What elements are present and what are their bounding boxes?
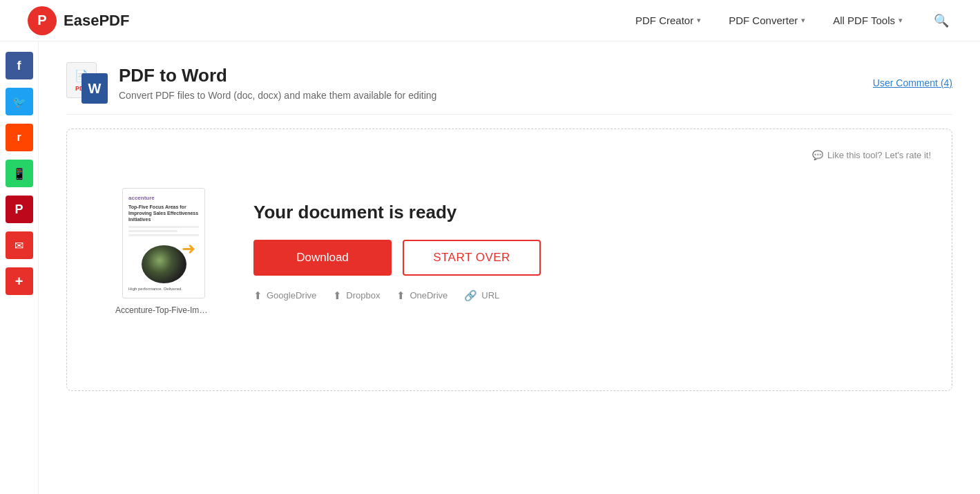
result-area: accenture Top-Five Focus Areas for Impro… — [88, 174, 931, 329]
nav-all-pdf-tools[interactable]: All PDF Tools ▾ — [833, 15, 903, 26]
download-button[interactable]: Download — [253, 240, 392, 276]
action-buttons: Download START OVER — [253, 240, 903, 276]
main-content: 📄 PDF W PDF to Word Convert PDF files to… — [39, 41, 980, 412]
logo[interactable]: P EasePDF — [28, 6, 129, 35]
twitter-icon: 🐦 — [12, 95, 26, 108]
feedback-row: 💬 Like this tool? Let's rate it! — [88, 150, 931, 160]
onedrive-option[interactable]: ⬆ OneDrive — [396, 289, 448, 302]
doc-thumb-line3 — [128, 234, 199, 236]
doc-thumbnail-inner: accenture Top-Five Focus Areas for Impro… — [123, 189, 204, 298]
nav-pdf-creator-label: PDF Creator — [635, 15, 693, 26]
word-icon: W — [81, 73, 108, 104]
chevron-down-icon: ▾ — [697, 16, 701, 25]
facebook-icon: f — [17, 59, 21, 73]
doc-thumb-line2 — [128, 230, 177, 232]
url-option[interactable]: 🔗 URL — [464, 289, 499, 302]
url-icon: 🔗 — [464, 289, 477, 302]
dropbox-option[interactable]: ⬆ Dropbox — [333, 289, 380, 302]
feedback-label: Like this tool? Let's rate it! — [827, 150, 931, 160]
search-icon: 🔍 — [934, 14, 949, 28]
googledrive-option[interactable]: ⬆ GoogleDrive — [253, 289, 316, 302]
result-right: Your document is ready Download START OV… — [253, 202, 903, 302]
pinterest-icon: P — [15, 202, 23, 217]
user-comment-link[interactable]: User Comment (4) — [873, 77, 952, 88]
feedback-link[interactable]: 💬 Like this tool? Let's rate it! — [812, 150, 931, 160]
search-button[interactable]: 🔍 — [930, 10, 952, 32]
logo-text: EasePDF — [64, 12, 129, 30]
sidebar: f 🐦 r 📱 P ✉ + — [0, 41, 39, 412]
doc-filename: Accenture-Top-Five-Improvem... — [115, 305, 212, 315]
page-header: 📄 PDF W PDF to Word Convert PDF files to… — [66, 62, 952, 115]
nav-pdf-converter[interactable]: PDF Converter ▾ — [729, 15, 805, 26]
chevron-down-icon: ▾ — [801, 16, 805, 25]
onedrive-label: OneDrive — [410, 290, 448, 301]
doc-preview: accenture Top-Five Focus Areas for Impro… — [115, 188, 212, 315]
whatsapp-icon: 📱 — [12, 167, 26, 180]
main-nav: PDF Creator ▾ PDF Converter ▾ All PDF To… — [635, 10, 952, 32]
sidebar-item-facebook[interactable]: f — [6, 52, 33, 79]
url-label: URL — [481, 290, 499, 301]
googledrive-label: GoogleDrive — [267, 290, 316, 301]
page-title: PDF to Word — [119, 65, 436, 86]
googledrive-icon: ⬆ — [253, 289, 262, 302]
doc-thumb-image — [142, 245, 186, 283]
page-subtitle: Convert PDF files to Word (doc, docx) an… — [119, 90, 436, 101]
file-icon-wrapper: 📄 PDF W — [66, 62, 108, 104]
header: P EasePDF PDF Creator ▾ PDF Converter ▾ … — [0, 0, 980, 41]
sidebar-item-whatsapp[interactable]: 📱 — [6, 160, 33, 187]
dropbox-icon: ⬆ — [333, 289, 342, 302]
dropbox-label: Dropbox — [346, 290, 380, 301]
sidebar-item-pinterest[interactable]: P — [6, 196, 33, 223]
main-card: 💬 Like this tool? Let's rate it! accentu… — [66, 129, 952, 391]
doc-thumb-brand: accenture — [128, 194, 199, 202]
doc-thumb-line1 — [128, 226, 199, 228]
start-over-button[interactable]: START OVER — [403, 240, 541, 276]
ready-title: Your document is ready — [253, 202, 903, 223]
more-icon: + — [15, 274, 23, 289]
logo-icon: P — [28, 6, 57, 35]
reddit-icon: r — [17, 131, 21, 144]
page-header-left: 📄 PDF W PDF to Word Convert PDF files to… — [66, 62, 436, 104]
doc-thumbnail: accenture Top-Five Focus Areas for Impro… — [122, 188, 205, 298]
sidebar-item-email[interactable]: ✉ — [6, 231, 33, 259]
onedrive-icon: ⬆ — [396, 289, 405, 302]
sidebar-item-reddit[interactable]: r — [6, 124, 33, 151]
sidebar-item-more[interactable]: + — [6, 267, 33, 295]
doc-thumb-caption: High performance. Delivered. — [128, 286, 199, 292]
sidebar-item-twitter[interactable]: 🐦 — [6, 88, 33, 115]
email-icon: ✉ — [15, 239, 23, 252]
nav-all-pdf-tools-label: All PDF Tools — [833, 15, 895, 26]
comment-icon: 💬 — [812, 150, 823, 160]
nav-pdf-converter-label: PDF Converter — [729, 15, 798, 26]
doc-thumb-arrow-icon: ➜ — [182, 238, 195, 261]
chevron-down-icon: ▾ — [899, 16, 903, 25]
nav-pdf-creator[interactable]: PDF Creator ▾ — [635, 15, 701, 26]
page-title-area: PDF to Word Convert PDF files to Word (d… — [119, 65, 436, 101]
doc-thumb-title: Top-Five Focus Areas for Improving Sales… — [128, 204, 199, 222]
cloud-options: ⬆ GoogleDrive ⬆ Dropbox ⬆ OneDrive 🔗 URL — [253, 289, 903, 302]
word-letter: W — [88, 81, 102, 97]
